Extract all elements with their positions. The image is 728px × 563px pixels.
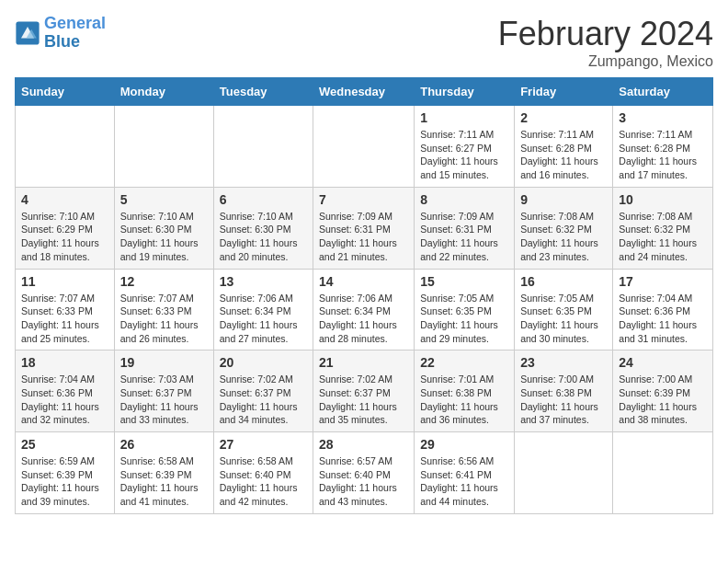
calendar-header: SundayMondayTuesdayWednesdayThursdayFrid… xyxy=(16,78,713,106)
page-header: General Blue February 2024 Zumpango, Mex… xyxy=(15,15,713,70)
day-info: Sunrise: 7:03 AMSunset: 6:37 PMDaylight:… xyxy=(120,373,208,427)
weekday-header-monday: Monday xyxy=(114,78,213,106)
logo-blue: Blue xyxy=(44,32,80,51)
day-info: Sunrise: 7:11 AMSunset: 6:28 PMDaylight:… xyxy=(520,128,607,182)
day-info: Sunrise: 7:09 AMSunset: 6:31 PMDaylight:… xyxy=(319,210,408,264)
day-number: 2 xyxy=(520,110,607,125)
calendar-cell: 24Sunrise: 7:00 AMSunset: 6:39 PMDayligh… xyxy=(613,350,713,432)
calendar-cell: 16Sunrise: 7:05 AMSunset: 6:35 PMDayligh… xyxy=(515,269,613,350)
day-info: Sunrise: 7:10 AMSunset: 6:30 PMDaylight:… xyxy=(120,210,208,264)
day-info: Sunrise: 6:58 AMSunset: 6:40 PMDaylight:… xyxy=(220,454,307,509)
day-info: Sunrise: 7:04 AMSunset: 6:36 PMDaylight:… xyxy=(619,292,707,346)
day-number: 5 xyxy=(120,192,208,207)
calendar-cell xyxy=(313,106,415,188)
day-number: 17 xyxy=(619,274,707,289)
day-number: 1 xyxy=(420,110,508,125)
calendar-cell: 23Sunrise: 7:00 AMSunset: 6:38 PMDayligh… xyxy=(515,350,613,432)
calendar-cell: 18Sunrise: 7:04 AMSunset: 6:36 PMDayligh… xyxy=(16,350,115,432)
calendar-cell: 4Sunrise: 7:10 AMSunset: 6:29 PMDaylight… xyxy=(16,187,115,269)
day-info: Sunrise: 7:09 AMSunset: 6:31 PMDaylight:… xyxy=(420,210,508,264)
day-number: 6 xyxy=(220,192,307,207)
calendar-cell xyxy=(213,106,313,188)
calendar-cell xyxy=(114,106,213,188)
day-number: 10 xyxy=(619,192,707,207)
day-info: Sunrise: 7:01 AMSunset: 6:38 PMDaylight:… xyxy=(420,373,508,427)
day-info: Sunrise: 7:10 AMSunset: 6:29 PMDaylight:… xyxy=(21,210,108,264)
calendar-cell: 5Sunrise: 7:10 AMSunset: 6:30 PMDaylight… xyxy=(114,187,213,269)
calendar-cell: 2Sunrise: 7:11 AMSunset: 6:28 PMDaylight… xyxy=(515,106,613,188)
calendar-cell: 14Sunrise: 7:06 AMSunset: 6:34 PMDayligh… xyxy=(313,269,415,350)
day-info: Sunrise: 7:05 AMSunset: 6:35 PMDaylight:… xyxy=(520,292,607,346)
calendar-cell: 15Sunrise: 7:05 AMSunset: 6:35 PMDayligh… xyxy=(415,269,515,350)
calendar-cell: 1Sunrise: 7:11 AMSunset: 6:27 PMDaylight… xyxy=(415,106,515,188)
day-info: Sunrise: 7:00 AMSunset: 6:38 PMDaylight:… xyxy=(520,373,607,427)
day-info: Sunrise: 7:02 AMSunset: 6:37 PMDaylight:… xyxy=(220,373,307,427)
calendar-week-2: 4Sunrise: 7:10 AMSunset: 6:29 PMDaylight… xyxy=(16,187,713,269)
day-number: 29 xyxy=(420,437,508,452)
day-info: Sunrise: 7:07 AMSunset: 6:33 PMDaylight:… xyxy=(21,292,108,346)
weekday-header-wednesday: Wednesday xyxy=(313,78,415,106)
calendar-cell: 17Sunrise: 7:04 AMSunset: 6:36 PMDayligh… xyxy=(613,269,713,350)
day-number: 13 xyxy=(220,274,307,289)
day-number: 25 xyxy=(21,437,108,452)
calendar-title: February 2024 xyxy=(498,15,713,53)
weekday-header-tuesday: Tuesday xyxy=(213,78,313,106)
day-number: 14 xyxy=(319,274,408,289)
day-number: 20 xyxy=(220,355,307,370)
calendar-week-5: 25Sunrise: 6:59 AMSunset: 6:39 PMDayligh… xyxy=(16,432,713,514)
day-number: 11 xyxy=(21,274,108,289)
calendar-cell: 13Sunrise: 7:06 AMSunset: 6:34 PMDayligh… xyxy=(213,269,313,350)
weekday-header-thursday: Thursday xyxy=(415,78,515,106)
day-number: 23 xyxy=(520,355,607,370)
day-number: 19 xyxy=(120,355,208,370)
weekday-header-friday: Friday xyxy=(515,78,613,106)
day-info: Sunrise: 7:08 AMSunset: 6:32 PMDaylight:… xyxy=(619,210,707,264)
day-info: Sunrise: 7:07 AMSunset: 6:33 PMDaylight:… xyxy=(120,292,208,346)
calendar-cell: 27Sunrise: 6:58 AMSunset: 6:40 PMDayligh… xyxy=(213,432,313,514)
calendar-week-1: 1Sunrise: 7:11 AMSunset: 6:27 PMDaylight… xyxy=(16,106,713,188)
day-number: 22 xyxy=(420,355,508,370)
day-number: 12 xyxy=(120,274,208,289)
calendar-cell: 21Sunrise: 7:02 AMSunset: 6:37 PMDayligh… xyxy=(313,350,415,432)
logo: General Blue xyxy=(15,15,106,52)
calendar-cell: 26Sunrise: 6:58 AMSunset: 6:39 PMDayligh… xyxy=(114,432,213,514)
calendar-cell: 22Sunrise: 7:01 AMSunset: 6:38 PMDayligh… xyxy=(415,350,515,432)
calendar-cell: 8Sunrise: 7:09 AMSunset: 6:31 PMDaylight… xyxy=(415,187,515,269)
day-number: 3 xyxy=(619,110,707,125)
calendar-cell: 7Sunrise: 7:09 AMSunset: 6:31 PMDaylight… xyxy=(313,187,415,269)
day-info: Sunrise: 6:59 AMSunset: 6:39 PMDaylight:… xyxy=(21,454,108,509)
day-info: Sunrise: 7:04 AMSunset: 6:36 PMDaylight:… xyxy=(21,373,108,427)
day-info: Sunrise: 6:57 AMSunset: 6:40 PMDaylight:… xyxy=(319,454,408,509)
calendar-subtitle: Zumpango, Mexico xyxy=(498,53,713,70)
day-number: 24 xyxy=(619,355,707,370)
calendar-cell: 9Sunrise: 7:08 AMSunset: 6:32 PMDaylight… xyxy=(515,187,613,269)
calendar-cell: 25Sunrise: 6:59 AMSunset: 6:39 PMDayligh… xyxy=(16,432,115,514)
day-number: 18 xyxy=(21,355,108,370)
day-number: 4 xyxy=(21,192,108,207)
calendar-cell: 19Sunrise: 7:03 AMSunset: 6:37 PMDayligh… xyxy=(114,350,213,432)
day-number: 28 xyxy=(319,437,408,452)
calendar-cell: 12Sunrise: 7:07 AMSunset: 6:33 PMDayligh… xyxy=(114,269,213,350)
day-number: 7 xyxy=(319,192,408,207)
calendar-week-3: 11Sunrise: 7:07 AMSunset: 6:33 PMDayligh… xyxy=(16,269,713,350)
day-number: 9 xyxy=(520,192,607,207)
day-info: Sunrise: 7:08 AMSunset: 6:32 PMDaylight:… xyxy=(520,210,607,264)
day-number: 8 xyxy=(420,192,508,207)
calendar-week-4: 18Sunrise: 7:04 AMSunset: 6:36 PMDayligh… xyxy=(16,350,713,432)
calendar-cell xyxy=(515,432,613,514)
day-number: 15 xyxy=(420,274,508,289)
day-info: Sunrise: 6:56 AMSunset: 6:41 PMDaylight:… xyxy=(420,454,508,509)
day-info: Sunrise: 7:06 AMSunset: 6:34 PMDaylight:… xyxy=(319,292,408,346)
day-number: 16 xyxy=(520,274,607,289)
calendar-cell xyxy=(613,432,713,514)
calendar-cell: 11Sunrise: 7:07 AMSunset: 6:33 PMDayligh… xyxy=(16,269,115,350)
calendar-cell: 10Sunrise: 7:08 AMSunset: 6:32 PMDayligh… xyxy=(613,187,713,269)
weekday-header-saturday: Saturday xyxy=(613,78,713,106)
logo-general: General xyxy=(44,14,106,32)
logo-text: General Blue xyxy=(44,15,106,52)
day-number: 26 xyxy=(120,437,208,452)
logo-icon xyxy=(15,20,40,46)
calendar-cell xyxy=(16,106,115,188)
calendar-cell: 20Sunrise: 7:02 AMSunset: 6:37 PMDayligh… xyxy=(213,350,313,432)
weekday-header-sunday: Sunday xyxy=(16,78,115,106)
